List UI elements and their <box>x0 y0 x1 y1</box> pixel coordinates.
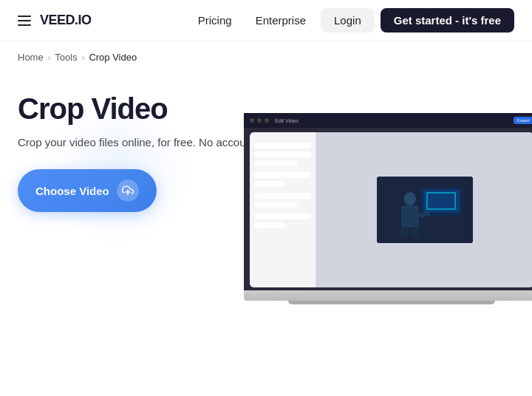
editor-main-area <box>316 132 532 287</box>
toolbar-dot-1 <box>250 118 254 123</box>
toolbar-dot-2 <box>257 118 262 123</box>
svg-rect-7 <box>401 227 409 238</box>
sidebar-item-1 <box>254 143 311 148</box>
nav-links: Pricing Enterprise Login Get started - i… <box>189 8 514 33</box>
nav-link-enterprise[interactable]: Enterprise <box>247 10 315 31</box>
editor-screen <box>250 132 532 287</box>
breadcrumb-sep-2: › <box>82 53 85 62</box>
svg-point-5 <box>404 192 416 205</box>
sidebar-item-5 <box>254 181 285 187</box>
svg-rect-6 <box>401 205 419 228</box>
breadcrumb-current: Crop Video <box>89 52 137 63</box>
hamburger-menu[interactable] <box>18 16 31 26</box>
breadcrumb-home[interactable]: Home <box>18 52 44 63</box>
breadcrumb-tools[interactable]: Tools <box>55 52 77 63</box>
sidebar-item-2 <box>254 151 311 157</box>
video-thumbnail <box>377 177 473 243</box>
svg-rect-8 <box>412 227 419 238</box>
editor-toolbar: Edit Video Export <box>244 113 532 128</box>
laptop-body: Edit Video Export <box>244 113 532 304</box>
editor-sidebar <box>250 132 316 287</box>
laptop-screen-outer: Edit Video Export <box>244 113 532 290</box>
sidebar-item-6 <box>254 193 311 199</box>
get-started-button[interactable]: Get started - it's free <box>381 8 514 33</box>
sidebar-item-8 <box>254 214 311 219</box>
sidebar-item-9 <box>254 222 285 228</box>
laptop-foot <box>288 301 495 304</box>
breadcrumb-sep-1: › <box>48 53 51 62</box>
sidebar-item-4 <box>254 172 311 178</box>
choose-video-button[interactable]: Choose Video <box>18 169 157 212</box>
toolbar-dot-3 <box>265 118 269 123</box>
login-button[interactable]: Login <box>321 8 375 33</box>
choose-video-label: Choose Video <box>35 185 109 197</box>
nav-left: VEED.IO <box>18 13 92 28</box>
breadcrumb: Home › Tools › Crop Video <box>0 41 532 69</box>
export-button[interactable]: Export <box>514 117 532 124</box>
laptop-base <box>244 290 532 301</box>
upload-icon <box>117 180 139 202</box>
laptop-mockup: Edit Video Export <box>244 113 532 304</box>
main-content: Crop Video Crop your video files online,… <box>0 69 532 212</box>
navbar: VEED.IO Pricing Enterprise Login Get sta… <box>0 0 532 41</box>
sidebar-item-3 <box>254 160 297 166</box>
video-person-bg <box>377 177 473 243</box>
sidebar-item-7 <box>254 202 297 208</box>
nav-link-pricing[interactable]: Pricing <box>189 10 241 31</box>
logo[interactable]: VEED.IO <box>40 13 92 28</box>
editor-title: Edit Video <box>275 118 299 123</box>
